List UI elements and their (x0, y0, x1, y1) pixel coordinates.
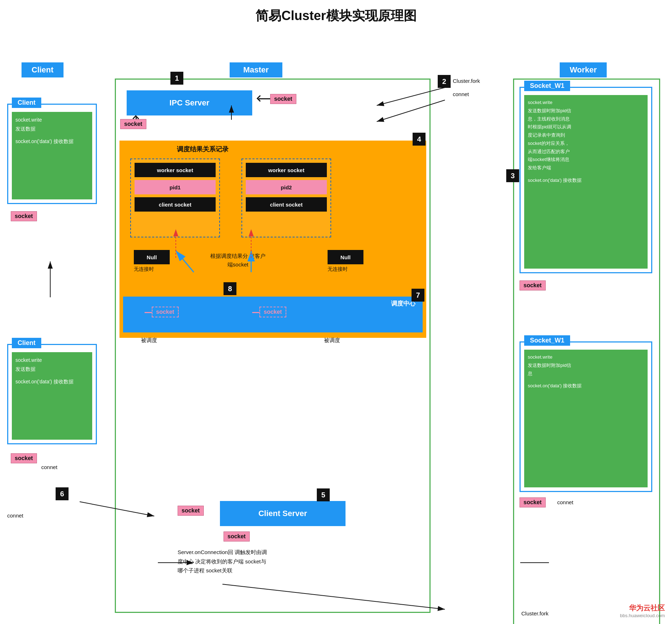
socket-w1-bottom-label: Socket_W1 (524, 335, 570, 346)
client-1-label: Client (12, 98, 41, 108)
pid1-cell: pid1 (135, 180, 216, 194)
badge-3: 3 (506, 169, 519, 182)
no-conn-right: 无连接时 (328, 266, 348, 273)
socket-ipc-left: socket (120, 119, 146, 129)
client-1-inner: socket.write 发送数据 socket.on('data') 接收数据 (12, 112, 92, 199)
client-server-label: Client Server (258, 509, 307, 518)
socket-schedule-right: socket (259, 307, 286, 317)
client-socket-cell-right: client socket (246, 197, 327, 212)
client-2-write: socket.write 发送数据 (15, 356, 89, 374)
page-title: 简易Cluster模块实现原理图 (0, 0, 672, 28)
badge-7: 7 (412, 289, 424, 302)
socket-client-2-bottom: socket (11, 453, 37, 463)
client-1-recv: socket.on('data') 接收数据 (15, 137, 89, 146)
record-table-right: worker socket pid2 client socket (241, 159, 331, 237)
socket-worker-1-bottom: socket (520, 280, 546, 290)
worker-header-label: Worker (560, 62, 607, 77)
badge-2: 2 (438, 75, 451, 88)
worker-1-recv: socket.on('data') 接收数据 (528, 176, 644, 185)
worker-outer-box: 3 Socket_W1 socket.write 发送数据时附加pid信 息，主… (513, 79, 660, 624)
record-table-left: worker socket pid1 client socket (130, 159, 220, 237)
connet-worker-2: connet (557, 499, 573, 505)
worker-2-recv: socket.on('data') 接收数据 (528, 382, 644, 390)
client-1-write: socket.write 发送数据 (15, 115, 89, 133)
socket-w1-bottom-inner: socket.write 发送数据时附加pid信 息 socket.on('da… (524, 350, 648, 487)
client-2-inner: socket.write 发送数据 socket.on('data') 接收数据 (12, 352, 92, 440)
worker-socket-cell-left: worker socket (135, 163, 216, 177)
no-conn-left: 无连接时 (134, 266, 154, 273)
pid2-cell: pid2 (246, 180, 327, 194)
socket-client-server-bottom: socket (224, 531, 250, 542)
null-left-box: Null (134, 250, 170, 264)
ipc-server-box: IPC Server (127, 90, 252, 115)
client-2-label: Client (12, 338, 41, 348)
watermark: 华为云社区 bbs.huaweicloud.com (620, 603, 665, 618)
socket-client-server-top: socket (178, 506, 204, 516)
watermark-line1: 华为云社区 (620, 603, 665, 613)
dispatch-desc: 根据调度结果分 发客户端socket (209, 252, 267, 269)
socket-client-1-bottom: socket (11, 211, 37, 221)
null-right-box: Null (328, 250, 363, 264)
badge-5: 5 (317, 488, 330, 501)
dispatch-record-label: 调度结果关系记录 (177, 145, 229, 153)
client-2-box: Client socket.write 发送数据 socket.on('data… (7, 344, 97, 444)
client-1-box: Client socket.write 发送数据 socket.on('data… (7, 104, 97, 204)
socket-w1-bottom-box: Socket_W1 socket.write 发送数据时附加pid信 息 soc… (520, 341, 652, 492)
socket-schedule-left: socket (152, 307, 179, 317)
schedule-center-box: 调度中心 7 socket socket (123, 297, 423, 332)
connet-label-3: connet (7, 512, 23, 519)
worker-1-write: socket.write 发送数据时附加pid信 息，主线程收到消息 时根据pi… (528, 99, 644, 172)
watermark-line2: bbs.huaweicloud.com (620, 613, 665, 618)
connet-label-1: connet (453, 91, 469, 97)
master-outer-box: 1 IPC Server socket socket 4 调度结果关系记录 wo… (115, 79, 431, 613)
socket-w1-top-inner: socket.write 发送数据时附加pid信 息，主线程收到消息 时根据pi… (524, 95, 648, 269)
server-conn-desc: Server.onConnection回 调触发时由调度中心 决定将收到的客户端… (178, 548, 267, 575)
master-header-label: Master (230, 62, 282, 77)
socket-w1-top-label: Socket_W1 (524, 81, 570, 91)
socket-w1-top-box: Socket_W1 socket.write 发送数据时附加pid信 息，主线程… (520, 87, 652, 273)
worker-socket-cell-right: worker socket (246, 163, 327, 177)
cluster-fork-label-1: Cluster.fork (453, 78, 480, 84)
worker-2-write: socket.write 发送数据时附加pid信 息 (528, 353, 644, 378)
badge-1: 1 (170, 72, 183, 85)
client-header-label: Client (22, 62, 64, 77)
badge-4: 4 (413, 133, 426, 146)
dispatched-left: 被调度 (141, 337, 157, 344)
connet-label-2: connet (41, 464, 57, 470)
cluster-fork-bottom: Cluster.fork (521, 610, 549, 616)
socket-ipc-right: socket (270, 94, 296, 104)
client-socket-cell-left: client socket (135, 197, 216, 212)
orange-section: 4 调度结果关系记录 worker socket pid1 client soc… (119, 141, 426, 338)
client-server-box: Client Server (220, 501, 346, 526)
badge-8: 8 (224, 282, 236, 295)
ipc-server-label: IPC Server (169, 98, 209, 108)
socket-worker-2-bottom: socket (520, 497, 546, 507)
badge-6: 6 (56, 487, 69, 500)
dispatched-right: 被调度 (324, 337, 340, 344)
client-2-recv: socket.on('data') 接收数据 (15, 377, 89, 386)
